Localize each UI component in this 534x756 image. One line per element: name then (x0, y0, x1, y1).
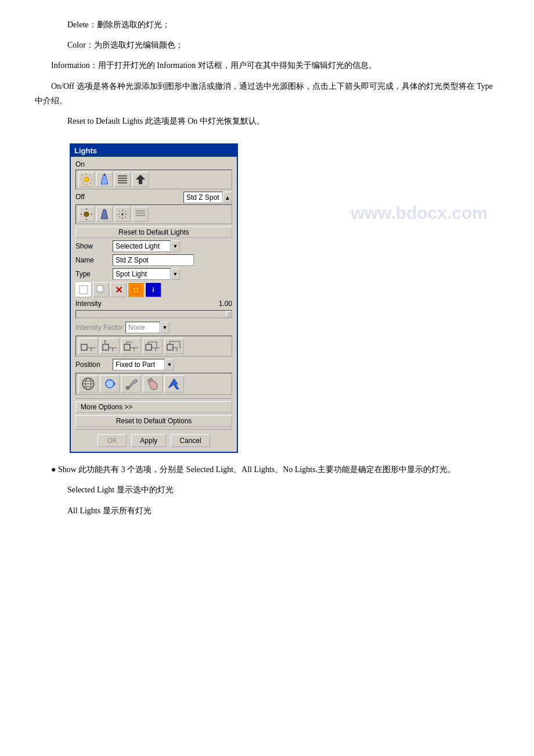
position-dropdown-arrow[interactable]: ▼ (165, 359, 174, 370)
position-select-wrapper: ▼ (113, 359, 174, 370)
svg-line-6 (90, 183, 91, 184)
para-delete: Delete：删除所选取的灯光； (35, 17, 499, 32)
intensity-label: Intensity (75, 300, 110, 308)
off-section-header: Off ▲ (75, 192, 232, 203)
position-input[interactable] (113, 359, 165, 370)
show-select-wrapper: ▼ (113, 240, 180, 252)
position-icon-row (75, 336, 232, 357)
name-label: Name (75, 256, 110, 264)
more-options-button[interactable]: More Options >> (75, 401, 232, 413)
para-color: Color：为所选取灯光编辑颜色； (35, 38, 499, 52)
properties-light-icon[interactable] (128, 282, 144, 297)
watermark: www.bdocx.com (351, 203, 488, 223)
off-icon-row (75, 204, 232, 224)
lights-dialog: Lights On (70, 143, 238, 453)
svg-point-38 (134, 288, 135, 290)
new-light-icon[interactable] (75, 282, 92, 297)
pos-icon-1[interactable] (78, 338, 98, 354)
off-spot-icon[interactable] (96, 207, 113, 222)
intensity-factor-row: Intensity Factor ▼ (75, 322, 232, 333)
reset-options-button[interactable]: Reset to Default Options (75, 415, 232, 427)
world-icon[interactable] (78, 375, 98, 393)
intensity-factor-label: Intensity Factor (75, 323, 123, 332)
edit-toolbar: ✕ i (75, 282, 232, 297)
type-row: Type ▼ (75, 268, 232, 280)
dialog-titlebar: Lights (71, 145, 237, 157)
show-input[interactable] (113, 240, 171, 252)
rotate-icon[interactable] (100, 375, 120, 393)
show-label: Show (75, 242, 110, 250)
on-label: On (75, 160, 232, 168)
show-row: Show ▼ (75, 240, 232, 252)
footer-para-all: All Lights 显示所有灯光 (35, 503, 499, 518)
intensity-slider-thumb[interactable] (226, 311, 230, 317)
pos-icon-4[interactable] (143, 338, 163, 354)
svg-rect-43 (103, 344, 109, 350)
svg-rect-51 (146, 344, 151, 350)
para-onoff: On/Off 选项是将各种光源添加到图形中激活或撤消，通过选中光源图标，点击上下… (35, 79, 499, 108)
svg-point-64 (126, 386, 129, 390)
off-up-arrow[interactable]: ▲ (223, 192, 232, 203)
name-row: Name (75, 254, 232, 266)
hand-icon[interactable] (143, 375, 163, 393)
pos-icon-5[interactable] (164, 338, 184, 354)
para-reset-lights: Reset to Default Lights 此选项是将 On 中灯光恢复默认… (35, 114, 499, 128)
off-sun-icon[interactable] (78, 207, 95, 222)
svg-marker-63 (114, 381, 116, 386)
intensity-factor-select: ▼ (125, 322, 169, 333)
sun-light-icon[interactable] (78, 172, 95, 187)
type-dropdown-arrow[interactable]: ▼ (171, 268, 180, 280)
info-light-icon[interactable]: i (145, 282, 161, 297)
svg-line-8 (82, 183, 84, 184)
type-select-wrapper: ▼ (113, 268, 180, 280)
action-icon-row (75, 373, 232, 395)
svg-marker-21 (101, 210, 108, 219)
on-icon-row (75, 170, 232, 189)
off-value-box: ▲ (183, 192, 232, 203)
intensity-factor-arrow[interactable]: ▼ (160, 322, 169, 333)
intensity-value: 1.00 (219, 300, 232, 308)
apply-button[interactable]: Apply (131, 434, 166, 447)
svg-rect-36 (97, 286, 103, 291)
svg-point-16 (84, 212, 89, 217)
svg-point-22 (121, 213, 124, 215)
svg-point-0 (84, 177, 89, 182)
intensity-slider-track[interactable] (75, 310, 232, 318)
svg-point-39 (137, 288, 139, 290)
svg-line-30 (119, 217, 120, 218)
svg-line-28 (125, 217, 126, 218)
cancel-button[interactable]: Cancel (171, 434, 210, 447)
svg-rect-48 (124, 344, 130, 350)
off-value-input[interactable] (183, 192, 223, 203)
off-label: Off (75, 193, 85, 201)
reset-lights-button[interactable]: Reset to Default Lights (75, 226, 232, 238)
point-light-icon[interactable] (132, 172, 149, 187)
show-dropdown-arrow[interactable]: ▼ (171, 240, 180, 252)
pos-icon-3[interactable] (121, 338, 141, 354)
svg-rect-40 (81, 344, 87, 350)
type-label: Type (75, 270, 110, 278)
copy-light-icon[interactable] (93, 282, 109, 297)
move-icon[interactable] (164, 375, 184, 393)
footer-para-selected: Selected Light 显示选中的灯光 (35, 483, 499, 497)
intensity-factor-input[interactable] (125, 322, 160, 333)
svg-marker-15 (136, 175, 145, 184)
para-information: Information：用于打开灯光的 Information 对话框，用户可在… (35, 58, 499, 73)
spot-light-icon[interactable] (96, 172, 113, 187)
intensity-row: Intensity 1.00 (75, 300, 232, 308)
type-input[interactable] (113, 268, 171, 280)
off-star-icon[interactable] (114, 207, 131, 222)
svg-line-29 (125, 211, 126, 212)
directional-light-icon[interactable] (114, 172, 131, 187)
svg-line-7 (90, 175, 91, 177)
ok-button[interactable]: OK (98, 434, 127, 447)
svg-rect-54 (167, 344, 173, 350)
dialog-title: Lights (74, 146, 97, 155)
wrench-icon[interactable] (121, 375, 141, 393)
delete-light-icon[interactable]: ✕ (110, 282, 127, 297)
name-input[interactable] (113, 254, 194, 266)
svg-rect-34 (80, 286, 88, 294)
off-directional-icon[interactable] (132, 207, 149, 222)
svg-line-27 (119, 211, 120, 212)
pos-icon-2[interactable] (100, 338, 120, 354)
